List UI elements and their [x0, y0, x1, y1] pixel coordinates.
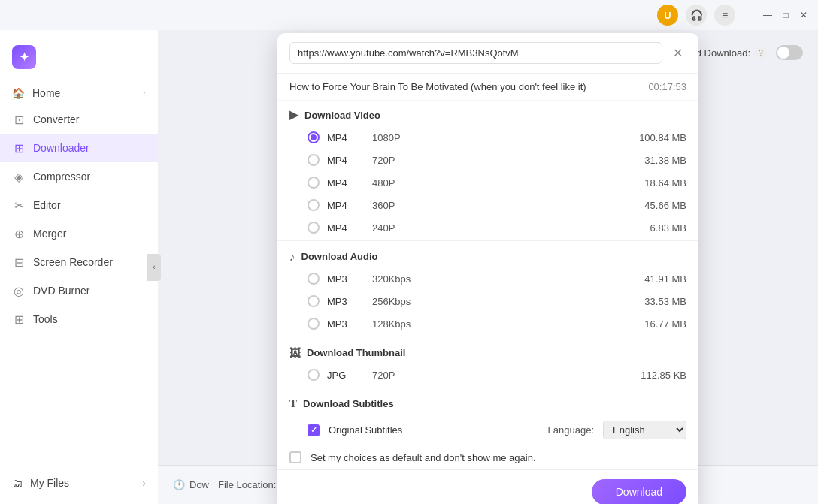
- format-row-mp4-720p[interactable]: MP4 720P 31.38 MB: [277, 149, 698, 171]
- compressor-label: Compressor: [33, 171, 90, 183]
- audio-section-label: Download Audio: [301, 251, 378, 262]
- sidebar-item-dvd-burner[interactable]: ◎ DVD Burner: [0, 276, 158, 305]
- url-input[interactable]: [289, 42, 662, 64]
- my-files-arrow: ›: [142, 477, 146, 489]
- sep-2: [277, 337, 698, 337]
- language-label: Language:: [548, 424, 594, 436]
- audio-section-header: ♪ Download Audio: [277, 243, 698, 267]
- merger-icon: ⊕: [12, 227, 26, 240]
- home-label: Home: [32, 87, 60, 99]
- video-section-icon: ▶: [289, 108, 298, 122]
- language-select[interactable]: English Spanish French German Japanese: [603, 421, 686, 439]
- radio-mp4-240p[interactable]: [308, 222, 320, 234]
- format-size-128kbps: 16.77 MB: [626, 318, 686, 330]
- format-quality-1080p: 1080P: [372, 132, 619, 143]
- format-name-mp4-1080p: MP4: [327, 132, 365, 143]
- sidebar-logo[interactable]: ✦: [0, 38, 158, 81]
- radio-mp4-720p[interactable]: [308, 154, 320, 166]
- format-row-mp3-320[interactable]: MP3 320Kbps 41.91 MB: [277, 267, 698, 290]
- home-chevron: ‹: [143, 89, 146, 98]
- home-icon: 🏠: [12, 87, 25, 99]
- screen-recorder-label: Screen Recorder: [33, 256, 113, 268]
- modal-footer: Download: [277, 469, 698, 504]
- video-duration: 00:17:53: [648, 81, 686, 92]
- video-title-row: How to Force Your Brain To Be Motivated …: [277, 74, 698, 101]
- default-checkbox[interactable]: [289, 451, 301, 463]
- format-size-256kbps: 33.53 MB: [626, 296, 686, 307]
- video-section-header: ▶ Download Video: [277, 101, 698, 126]
- format-name-mp4-360p: MP4: [327, 200, 365, 211]
- sidebar-item-editor[interactable]: ✂ Editor: [0, 191, 158, 219]
- converter-icon: ⊡: [12, 113, 26, 126]
- radio-jpg[interactable]: [308, 369, 320, 381]
- sidebar: ✦ 🏠 Home ‹ ⊡ Converter ⊞ Downloader ◈ Co…: [0, 30, 158, 504]
- radio-mp3-128[interactable]: [308, 318, 320, 330]
- main-content: High Speed Download: ? ✕ How to Force: [158, 30, 818, 504]
- format-row-mp4-360p[interactable]: MP4 360P 45.66 MB: [277, 194, 698, 216]
- format-row-jpg[interactable]: JPG 720P 112.85 KB: [277, 364, 698, 386]
- editor-label: Editor: [33, 199, 61, 211]
- tools-label: Tools: [33, 313, 58, 325]
- modal-close-button[interactable]: ✕: [668, 44, 686, 62]
- sidebar-item-compressor[interactable]: ◈ Compressor: [0, 162, 158, 191]
- sidebar-item-tools[interactable]: ⊞ Tools: [0, 305, 158, 333]
- sep-3: [277, 388, 698, 388]
- converter-label: Converter: [33, 113, 79, 125]
- radio-mp4-480p[interactable]: [308, 177, 320, 189]
- minimize-button[interactable]: —: [762, 10, 773, 20]
- dvd-burner-label: DVD Burner: [33, 285, 89, 297]
- headset-icon[interactable]: 🎧: [686, 5, 707, 26]
- format-row-mp3-256[interactable]: MP3 256Kbps 33.53 MB: [277, 290, 698, 312]
- checkbox-check-icon: ✓: [311, 425, 317, 435]
- subtitles-row: ✓ Original Subtitles Language: English S…: [277, 415, 698, 445]
- radio-mp3-256[interactable]: [308, 295, 320, 307]
- dvd-burner-icon: ◎: [12, 284, 26, 297]
- original-subtitles-checkbox[interactable]: ✓: [308, 424, 320, 436]
- audio-section-icon: ♪: [289, 250, 295, 263]
- format-row-mp4-240p[interactable]: MP4 240P 6.83 MB: [277, 216, 698, 239]
- my-files-label: My Files: [30, 477, 69, 489]
- subtitles-section-label: Download Subtitles: [303, 398, 394, 409]
- sidebar-item-downloader[interactable]: ⊞ Downloader: [0, 134, 158, 162]
- format-quality-360p: 360P: [372, 200, 619, 211]
- format-quality-240p: 240P: [372, 222, 619, 234]
- url-bar: ✕: [277, 33, 698, 74]
- format-name-mp4-240p: MP4: [327, 222, 365, 234]
- downloader-label: Downloader: [33, 142, 89, 154]
- format-row-mp4-480p[interactable]: MP4 480P 18.64 MB: [277, 171, 698, 194]
- sidebar-item-screen-recorder[interactable]: ⊟ Screen Recorder: [0, 248, 158, 276]
- sidebar-item-home[interactable]: 🏠 Home ‹: [0, 81, 158, 105]
- sidebar-item-my-files[interactable]: 🗂 My Files ›: [0, 469, 158, 496]
- thumbnail-section-header: 🖼 Download Thumbnail: [277, 339, 698, 364]
- sidebar-item-converter[interactable]: ⊡ Converter: [0, 105, 158, 134]
- radio-mp4-1080p[interactable]: [308, 131, 320, 143]
- radio-mp3-320[interactable]: [308, 273, 320, 285]
- menu-icon[interactable]: ≡: [714, 5, 735, 26]
- video-title: How to Force Your Brain To Be Motivated …: [289, 81, 648, 92]
- default-row: Set my choices as default and don't show…: [277, 445, 698, 469]
- format-quality-256kbps: 256Kbps: [372, 296, 619, 307]
- download-button[interactable]: Download: [592, 479, 686, 504]
- merger-label: Merger: [33, 228, 66, 240]
- format-row-mp3-128[interactable]: MP3 128Kbps 16.77 MB: [277, 312, 698, 335]
- format-row-mp4-1080p[interactable]: MP4 1080P 100.84 MB: [277, 126, 698, 149]
- logo-icon: ✦: [12, 45, 36, 69]
- format-quality-480p: 480P: [372, 177, 619, 189]
- subtitles-section-header: T Download Subtitles: [277, 390, 698, 415]
- radio-mp4-360p[interactable]: [308, 199, 320, 211]
- editor-icon: ✂: [12, 198, 26, 212]
- app-container: ✦ 🏠 Home ‹ ⊡ Converter ⊞ Downloader ◈ Co…: [0, 30, 818, 504]
- sidebar-item-merger[interactable]: ⊕ Merger: [0, 219, 158, 248]
- video-section-label: Download Video: [304, 110, 380, 121]
- format-size-jpg: 112.85 KB: [626, 370, 686, 381]
- format-quality-128kbps: 128Kbps: [372, 318, 619, 330]
- close-button[interactable]: ✕: [798, 10, 809, 20]
- format-name-mp4-480p: MP4: [327, 177, 365, 189]
- format-quality-jpg: 720P: [372, 370, 619, 381]
- screen-recorder-icon: ⊟: [12, 255, 26, 269]
- maximize-button[interactable]: □: [780, 10, 791, 20]
- format-size-480p: 18.64 MB: [626, 177, 686, 189]
- user-avatar[interactable]: U: [657, 5, 678, 26]
- format-quality-320kbps: 320Kbps: [372, 273, 619, 285]
- compressor-icon: ◈: [12, 170, 26, 183]
